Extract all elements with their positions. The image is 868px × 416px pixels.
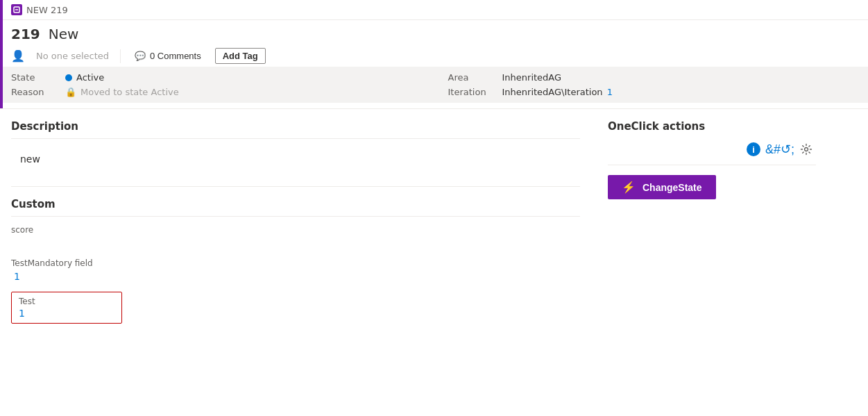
bolt-icon: ⚡ — [622, 181, 636, 194]
test-value[interactable]: 1 — [19, 308, 114, 319]
state-field-row: State Active — [11, 72, 420, 83]
change-state-button[interactable]: ⚡ ChangeState — [608, 175, 716, 199]
mandatory-field: TestMandatory field 1 — [11, 258, 580, 283]
score-field: score — [11, 225, 580, 250]
assignee-icon: 👤 — [11, 49, 25, 63]
add-tag-button[interactable]: Add Tag — [215, 48, 266, 64]
reason-label: Reason — [11, 87, 60, 97]
iteration-path: InhenritedAG\Iteration — [502, 87, 603, 97]
custom-title: Custom — [11, 198, 580, 210]
meta-separator — [120, 49, 121, 63]
comment-icon: 💬 — [135, 51, 146, 61]
work-item-id: 219 — [11, 26, 40, 42]
score-value[interactable] — [11, 236, 580, 250]
area-value: InhenritedAG — [502, 72, 562, 83]
score-label: score — [11, 225, 580, 235]
reason-value: 🔒 Moved to state Active — [65, 87, 179, 97]
iteration-label: Iteration — [448, 87, 497, 97]
work-item-type-icon — [11, 4, 22, 15]
refresh-icon: &#↺; — [765, 142, 794, 157]
state-dot — [65, 74, 72, 81]
refresh-button[interactable]: &#↺; — [770, 140, 790, 159]
info-button[interactable]: i — [744, 140, 763, 159]
lock-icon: 🔒 — [65, 87, 76, 97]
state-value: Active — [65, 72, 104, 83]
work-item-name: New — [49, 26, 79, 42]
custom-section: Custom score TestMandatory field 1 Test … — [11, 198, 580, 324]
left-panel: Description new Custom score TestMandato… — [11, 120, 580, 324]
meta-row: 👤 No one selected 💬 0 Comments Add Tag — [0, 45, 868, 67]
mandatory-value[interactable]: 1 — [11, 269, 580, 283]
state-label: State — [11, 72, 60, 83]
iteration-field-row: Iteration InhenritedAG\Iteration 1 — [448, 87, 858, 97]
area-field-row: Area InhenritedAG — [448, 72, 858, 83]
right-panel: OneClick actions i &#↺; — [608, 120, 816, 324]
description-content[interactable]: new — [11, 147, 580, 175]
iteration-number-link[interactable]: 1 — [607, 87, 613, 97]
breadcrumb-title: NEW 219 — [26, 5, 68, 15]
reason-field-row: Reason 🔒 Moved to state Active — [11, 87, 420, 97]
svg-point-2 — [805, 148, 808, 151]
test-field-box[interactable]: Test 1 — [11, 292, 122, 324]
mandatory-label: TestMandatory field — [11, 258, 580, 268]
area-label: Area — [448, 72, 497, 83]
reason-text: Moved to state Active — [80, 87, 179, 97]
description-divider — [11, 138, 580, 139]
oneclick-title: OneClick actions — [608, 120, 816, 133]
oneclick-toolbar: i &#↺; — [608, 140, 816, 165]
fields-section: State Active Area InhenritedAG Reason 🔒 … — [0, 67, 868, 103]
change-state-label: ChangeState — [643, 182, 702, 193]
settings-button[interactable] — [797, 140, 816, 159]
breadcrumb: NEW 219 — [0, 0, 868, 20]
main-content: Description new Custom score TestMandato… — [0, 109, 868, 335]
state-text: Active — [76, 72, 104, 83]
test-label: Test — [19, 297, 114, 306]
work-item-header: 219 New — [0, 20, 868, 45]
description-section: Description new — [11, 120, 580, 187]
iteration-value: InhenritedAG\Iteration 1 — [502, 87, 613, 97]
comments-button[interactable]: 💬 0 Comments — [132, 49, 204, 63]
comments-count: 0 Comments — [150, 51, 201, 61]
gear-icon — [800, 143, 812, 156]
custom-divider — [11, 216, 580, 217]
description-title: Description — [11, 120, 580, 133]
info-icon: i — [747, 142, 760, 156]
assignee-placeholder: No one selected — [36, 51, 109, 61]
